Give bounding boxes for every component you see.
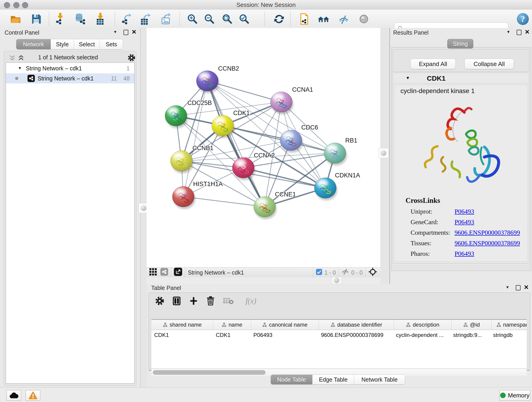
birdseye-crosshair-icon[interactable] [368, 268, 377, 278]
import-network-from-database-button[interactable] [74, 13, 87, 26]
network-options-gear-icon[interactable] [128, 54, 135, 63]
network-node-HIST1H1A[interactable] [172, 186, 195, 209]
tab-edge-table[interactable]: Edge Table [312, 375, 354, 384]
scrollbar-thumb[interactable] [153, 370, 266, 375]
share-view-icon[interactable] [160, 268, 168, 277]
show-columns-icon[interactable] [172, 296, 181, 306]
network-canvas[interactable]: CCNB2CCNA1CDC25BCDK1CDC6RB1CCNB1CCNA2CDK… [147, 28, 380, 267]
tab-network-table[interactable]: Network Table [354, 375, 405, 384]
results-panel-close-button[interactable]: × [523, 29, 531, 36]
presentation-button[interactable] [357, 13, 370, 26]
network-node-CDC6[interactable] [280, 130, 303, 153]
network-node-RB1[interactable] [324, 143, 347, 166]
tab-string[interactable]: String [447, 39, 473, 49]
network-edge-CCNB2-CCNE1[interactable] [207, 81, 265, 207]
zoom-selected-button[interactable] [238, 13, 251, 26]
network-table-splitter-handle[interactable] [332, 277, 341, 284]
column-type-icon [406, 322, 411, 327]
zoom-out-button[interactable] [203, 13, 216, 26]
export-table-button[interactable] [139, 13, 152, 26]
window-title: Session: New Session [0, 0, 532, 10]
open-session-button[interactable] [9, 13, 22, 26]
column-header-canonical-name[interactable]: canonical name [251, 320, 319, 330]
add-column-icon[interactable] [189, 296, 198, 306]
crosslink-row: Compartments:9606.ENSP00000378699 [394, 227, 527, 238]
crosslink-pharos[interactable]: P06493 [455, 250, 474, 257]
refresh-button[interactable] [273, 13, 285, 26]
cell[interactable]: cyclin-dependent ... [393, 330, 450, 340]
zoom-fit-button[interactable] [221, 13, 234, 26]
network-from-file-button[interactable] [298, 13, 310, 26]
column-header-namespac[interactable]: namespac [492, 320, 527, 330]
node-label-CDC25B: CDC25B [187, 99, 212, 106]
results-panel-menu-button[interactable]: ▼ [505, 30, 512, 37]
column-header-database-identifier[interactable]: database identifier [319, 320, 394, 330]
network-row-selected[interactable]: String Network – cdk1 11 48 [6, 73, 134, 83]
collapse-all-button[interactable]: Collapse All [464, 59, 514, 69]
warnings-button[interactable] [26, 390, 40, 401]
control-panel-close-button[interactable]: × [130, 29, 138, 36]
table-panel-float-button[interactable] [514, 285, 522, 292]
hidden-eye-slash-icon[interactable] [342, 268, 349, 277]
network-node-CDC25B[interactable] [165, 105, 188, 128]
column-header-id[interactable]: @id [452, 320, 492, 330]
grid-view-icon[interactable] [149, 268, 157, 277]
collection-expand-icon[interactable]: ▼ [18, 66, 22, 70]
network-node-CDK1[interactable] [212, 115, 234, 138]
import-network-button[interactable] [54, 13, 66, 26]
cell[interactable]: 9606.ENSP00000378699 [318, 330, 393, 340]
tab-style[interactable]: Style [51, 39, 74, 49]
network-node-CDKN1A[interactable] [314, 178, 337, 200]
tab-select[interactable]: Select [74, 39, 100, 49]
table-panel-menu-button[interactable]: ▼ [504, 285, 511, 292]
table-options-gear-icon[interactable] [155, 296, 164, 306]
cell[interactable]: stringdb:9... [450, 330, 490, 340]
crosslink-tissues[interactable]: 9606.ENSP00000378699 [455, 240, 520, 247]
tab-network[interactable]: Network [16, 39, 51, 49]
column-header-label: canonical name [269, 322, 307, 328]
network-node-CCNA1[interactable] [270, 92, 293, 114]
hide-glasses-button[interactable] [337, 13, 350, 26]
column-header-shared-name[interactable]: shared name [152, 320, 213, 330]
control-panel-menu-button[interactable]: ▼ [111, 30, 119, 37]
cell[interactable]: P06493 [251, 330, 318, 340]
delete-column-icon[interactable] [206, 296, 215, 306]
control-panel-float-button[interactable] [122, 30, 130, 37]
export-image-button[interactable] [159, 13, 172, 26]
network-edge-HIST1H1A-CCNE1[interactable] [183, 197, 265, 207]
crosslink-uniprot[interactable]: P06493 [455, 208, 474, 215]
cell[interactable]: stringdb [490, 330, 527, 340]
tab-sets[interactable]: Sets [100, 39, 123, 49]
network-collection-row[interactable]: ▼ String Network – cdk1 1 [6, 63, 134, 73]
cell[interactable]: CDK1 [152, 330, 213, 340]
memory-button[interactable]: Memory [500, 390, 530, 401]
column-header-description[interactable]: description [394, 320, 452, 330]
import-table-button[interactable] [94, 13, 107, 26]
node-label-CCNB1: CCNB1 [192, 145, 214, 152]
gene-section-header[interactable]: ▼ CDK1 [393, 73, 529, 84]
section-collapse-icon[interactable]: ▼ [406, 76, 410, 80]
tab-node-table[interactable]: Node Table [271, 375, 312, 384]
expand-all-button[interactable]: Expand All [410, 59, 456, 69]
results-panel-float-button[interactable] [515, 30, 523, 37]
home-button[interactable] [317, 13, 330, 26]
right-splitter-handle[interactable] [379, 148, 389, 158]
table-row[interactable]: CDK1CDK1P064939606.ENSP00000378699cyclin… [152, 330, 527, 340]
selected-checkbox-icon[interactable] [316, 269, 322, 276]
export-network-button[interactable] [120, 13, 133, 26]
cloud-button[interactable] [6, 390, 21, 401]
crosslink-label: GeneCard: [411, 218, 438, 226]
collapse-all-icon[interactable] [9, 54, 16, 62]
network-table-splitter[interactable] [147, 277, 380, 284]
table-panel-close-button[interactable]: × [522, 284, 530, 291]
network-edge-CCNB2-HIST1H1A[interactable] [183, 81, 207, 197]
help-button[interactable]: ? [516, 13, 529, 26]
zoom-in-button[interactable] [186, 13, 199, 26]
cell[interactable]: CDK1 [213, 330, 251, 340]
save-session-button[interactable] [30, 13, 43, 26]
crosslink-genecard[interactable]: P06493 [455, 218, 474, 226]
column-header-name[interactable]: name [213, 320, 251, 330]
detach-view-icon[interactable] [174, 268, 182, 277]
crosslink-compartments[interactable]: 9606.ENSP00000378699 [455, 229, 520, 236]
node-table: shared namenamecanonical namedatabase id… [152, 319, 527, 368]
